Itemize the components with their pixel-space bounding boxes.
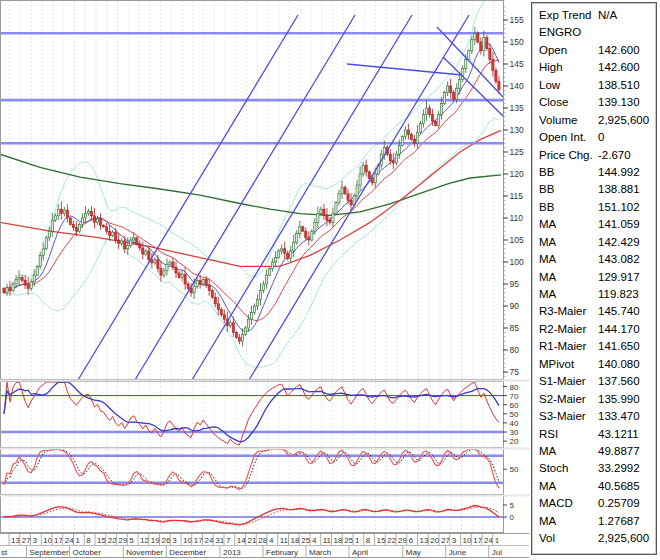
info-row-stoch: Stoch33.2992 — [532, 460, 656, 477]
info-value: 33.2992 — [598, 460, 640, 477]
info-row-vol: Vol2,925,600 — [532, 530, 656, 547]
svg-text:17: 17 — [473, 536, 482, 545]
svg-text:June: June — [449, 548, 467, 557]
svg-text:120: 120 — [510, 169, 524, 179]
svg-text:15: 15 — [377, 536, 386, 545]
info-row-open-int-: Open Int.0 — [532, 129, 656, 146]
info-row-ma: MA49.8877 — [532, 443, 656, 460]
svg-text:20: 20 — [510, 437, 519, 446]
info-value: 144.170 — [598, 321, 640, 338]
date-axis: 1327310172418152229512192631017243171421… — [0, 534, 529, 558]
svg-text:18: 18 — [334, 536, 343, 545]
info-row-rsi: RSI43.1211 — [532, 426, 656, 443]
info-label: S1-Maier — [539, 375, 586, 387]
svg-text:30: 30 — [510, 428, 519, 437]
price-scale: 1551501451401351301251201151101051009590… — [503, 7, 524, 522]
info-row-close: Close139.130 — [532, 94, 656, 111]
info-value: 0.25709 — [598, 495, 640, 512]
info-value: 138.510 — [598, 77, 640, 94]
svg-text:November: November — [126, 548, 163, 557]
info-row-s2-maier: S2-Maier135.990 — [532, 391, 656, 408]
quote-info-panel: Exp TrendN/AENGROOpen142.600High142.600L… — [531, 2, 657, 555]
info-label: Vol — [539, 532, 555, 544]
main-price-panel — [0, 0, 501, 367]
svg-text:8: 8 — [86, 536, 91, 545]
info-value: N/A — [598, 7, 617, 24]
svg-text:18: 18 — [291, 536, 300, 545]
info-row-ma: MA119.823 — [532, 286, 656, 303]
svg-text:1: 1 — [76, 536, 81, 545]
info-row-bb: BB138.881 — [532, 181, 656, 198]
svg-text:2013: 2013 — [223, 548, 241, 557]
info-value: 2,925,600 — [598, 112, 649, 129]
info-label: MA — [539, 515, 556, 527]
price-chart-canvas[interactable]: 1551501451401351301251201151101051009590… — [0, 0, 532, 560]
info-row-mpivot: MPivot140.080 — [532, 356, 656, 373]
info-value: 119.823 — [598, 286, 639, 303]
svg-text:40: 40 — [510, 419, 519, 428]
info-label: Stoch — [539, 462, 568, 474]
svg-text:4: 4 — [269, 536, 274, 545]
svg-text:February: February — [266, 548, 298, 557]
info-value: 137.560 — [598, 373, 640, 390]
svg-text:3: 3 — [452, 536, 457, 545]
info-value: 0 — [598, 129, 604, 146]
info-label: MA — [539, 271, 556, 283]
svg-text:14: 14 — [237, 536, 246, 545]
info-label: BB — [539, 183, 554, 195]
svg-text:5: 5 — [510, 501, 515, 510]
svg-text:0: 0 — [510, 513, 515, 522]
info-value: 133.470 — [598, 408, 640, 425]
info-value: 143.082 — [598, 251, 640, 268]
svg-text:10: 10 — [43, 536, 52, 545]
svg-text:90: 90 — [510, 301, 520, 311]
svg-text:1: 1 — [495, 536, 500, 545]
info-value: 141.059 — [598, 216, 640, 233]
svg-text:3: 3 — [33, 536, 38, 545]
info-row-exp-trend: Exp TrendN/A — [532, 7, 656, 24]
svg-text:13: 13 — [420, 536, 429, 545]
stochastic-panel — [0, 449, 503, 490]
svg-text:10: 10 — [183, 536, 192, 545]
rsi-panel — [0, 382, 503, 445]
info-row-ma: MA1.27687 — [532, 513, 656, 530]
svg-text:22: 22 — [108, 536, 117, 545]
info-value: 129.917 — [598, 269, 640, 286]
info-row-price-chg-: Price Chg.-2.670 — [532, 147, 656, 164]
info-value: 139.130 — [598, 94, 640, 111]
info-label: MA — [539, 445, 556, 457]
macd-panel — [0, 506, 503, 525]
svg-text:75: 75 — [510, 367, 520, 377]
svg-text:85: 85 — [510, 323, 520, 333]
info-row-bb: BB144.992 — [532, 164, 656, 181]
info-value: 135.990 — [598, 391, 640, 408]
svg-text:24: 24 — [65, 536, 74, 545]
svg-text:24: 24 — [484, 536, 493, 545]
info-label: Open Int. — [539, 131, 586, 143]
svg-text:st: st — [1, 548, 8, 557]
svg-text:17: 17 — [54, 536, 63, 545]
svg-text:17: 17 — [194, 536, 203, 545]
svg-text:130: 130 — [510, 125, 524, 135]
info-row-engro: ENGRO — [532, 24, 656, 41]
svg-text:115: 115 — [510, 191, 524, 201]
info-label: ENGRO — [539, 26, 581, 38]
svg-text:29: 29 — [119, 536, 128, 545]
svg-text:5: 5 — [129, 536, 134, 545]
info-row-ma: MA143.082 — [532, 251, 656, 268]
info-value: 49.8877 — [598, 443, 640, 460]
svg-text:110: 110 — [510, 213, 524, 223]
info-row-s3-maier: S3-Maier133.470 — [532, 408, 656, 425]
svg-text:27: 27 — [441, 536, 450, 545]
svg-text:50: 50 — [510, 465, 519, 474]
svg-text:May: May — [406, 548, 421, 557]
info-label: MA — [539, 288, 556, 300]
info-value: 43.1211 — [598, 426, 639, 443]
svg-text:80: 80 — [510, 383, 519, 392]
svg-text:135: 135 — [510, 103, 524, 113]
svg-text:150: 150 — [510, 37, 524, 47]
info-value: 40.5685 — [598, 478, 640, 495]
svg-text:19: 19 — [151, 536, 160, 545]
info-label: Close — [539, 96, 568, 108]
info-value: 145.740 — [598, 303, 640, 320]
